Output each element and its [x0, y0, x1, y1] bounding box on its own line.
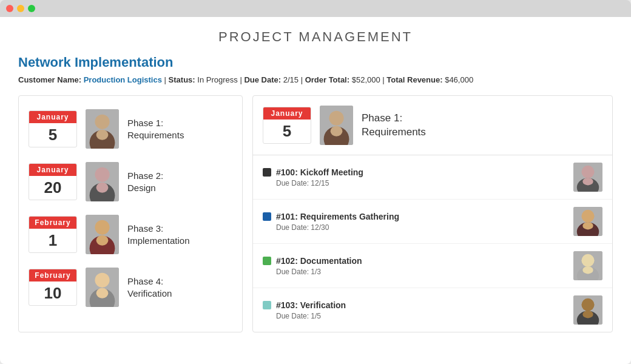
svg-point-29	[581, 254, 594, 267]
task-due-1: Due Date: 12/30	[276, 223, 399, 232]
svg-point-15	[96, 288, 109, 298]
task-due-3: Due Date: 1/5	[276, 312, 346, 320]
selected-day: 5	[263, 120, 311, 143]
svg-point-9	[95, 220, 109, 235]
due-date-label: Due Date:	[244, 75, 281, 84]
date-badge-3: February 1	[29, 216, 77, 253]
selected-date-badge: January 5	[263, 107, 311, 144]
task-due-0: Due Date: 12/15	[276, 179, 363, 187]
svg-point-25	[581, 210, 594, 223]
selected-phase-avatar	[320, 106, 353, 145]
svg-point-3	[96, 130, 109, 140]
day-label: 5	[29, 123, 76, 147]
meta-separator-3: |	[301, 75, 305, 84]
day-label: 1	[29, 229, 76, 252]
svg-point-21	[581, 166, 594, 178]
svg-point-7	[96, 183, 109, 193]
task-info-3: #103: Verification Due Date: 1/5	[263, 300, 346, 320]
phase-avatar-4	[86, 268, 119, 307]
task-title-1: #101: Requirements Gathering	[276, 212, 399, 221]
task-due-2: Due Date: 1/3	[276, 268, 362, 276]
date-badge-1: January 5	[29, 110, 77, 147]
project-name: Network Implementation	[18, 55, 613, 70]
day-label: 10	[29, 281, 76, 305]
task-info-0: #100: Kickoff Meeting Due Date: 12/15	[263, 167, 363, 187]
phase-card-4[interactable]: February 10 Phase 4:Verification	[29, 264, 232, 311]
status-label: Status:	[169, 75, 195, 84]
maximize-button[interactable]	[28, 5, 35, 12]
selected-phase-header[interactable]: January 5 Phase 1:Requirements	[253, 96, 612, 155]
task-title-3: #103: Verification	[276, 300, 346, 310]
svg-point-11	[96, 235, 109, 246]
phases-panel: January 5 Phase 1:Requirements January 2…	[18, 95, 243, 332]
svg-point-1	[95, 115, 109, 129]
task-panel: January 5 Phase 1:Requirements #100: Kic…	[252, 95, 613, 332]
task-row-1[interactable]: #101: Requirements Gathering Due Date: 1…	[253, 200, 612, 244]
phase-avatar-2	[86, 162, 119, 201]
due-date-value: 2/15	[283, 75, 299, 84]
task-title-0: #100: Kickoff Meeting	[276, 167, 363, 177]
task-avatar-0	[573, 163, 602, 192]
order-total-value: $52,000	[352, 75, 380, 84]
close-button[interactable]	[6, 5, 13, 12]
svg-point-31	[582, 266, 593, 274]
month-label: January	[29, 164, 76, 176]
task-title-2: #102: Documentation	[276, 256, 362, 266]
status-value: In Progress	[197, 75, 237, 84]
project-meta: Customer Name: Production Logistics | St…	[18, 75, 613, 84]
customer-name[interactable]: Production Logistics	[84, 75, 162, 84]
phase-card-1[interactable]: January 5 Phase 1:Requirements	[29, 106, 232, 152]
month-label: February	[29, 217, 76, 229]
order-total-label: Order Total:	[305, 75, 349, 84]
selected-phase-label: Phase 1:Requirements	[362, 112, 426, 138]
task-title-row-2: #102: Documentation	[263, 256, 362, 266]
task-info-2: #102: Documentation Due Date: 1/3	[263, 256, 362, 276]
task-title-row-3: #103: Verification	[263, 300, 346, 310]
main-panels: January 5 Phase 1:Requirements January 2…	[18, 95, 613, 332]
svg-point-35	[582, 311, 593, 318]
minimize-button[interactable]	[17, 5, 24, 12]
total-revenue-value: $46,000	[445, 75, 473, 84]
task-row-3[interactable]: #103: Verification Due Date: 1/5	[253, 288, 612, 332]
phase-label-1: Phase 1:Requirements	[127, 117, 184, 141]
day-label: 20	[29, 176, 76, 200]
date-badge-2: January 20	[29, 163, 77, 200]
phase-avatar-1	[86, 109, 119, 149]
task-dot-3	[263, 301, 271, 309]
page-title: PROJECT MANAGEMENT	[18, 29, 613, 45]
selected-month: January	[263, 107, 311, 120]
task-title-row-0: #100: Kickoff Meeting	[263, 167, 363, 177]
task-avatar-3	[573, 295, 602, 325]
phase-card-2[interactable]: January 20 Phase 2:Design	[29, 158, 232, 205]
task-dot-0	[263, 168, 271, 177]
date-badge-4: February 10	[29, 269, 77, 306]
month-label: January	[29, 111, 76, 123]
customer-label: Customer Name:	[18, 75, 81, 84]
phase-label-2: Phase 2:Design	[127, 170, 163, 194]
svg-point-33	[581, 298, 594, 311]
meta-separator-1: |	[164, 75, 169, 84]
svg-point-27	[582, 222, 593, 229]
svg-point-17	[329, 111, 343, 126]
task-row-0[interactable]: #100: Kickoff Meeting Due Date: 12/15	[253, 155, 612, 200]
titlebar	[0, 0, 631, 17]
app-window: PROJECT MANAGEMENT Network Implementatio…	[0, 0, 631, 364]
total-revenue-label: Total Revenue:	[386, 75, 442, 84]
svg-point-23	[582, 178, 593, 185]
svg-point-13	[95, 273, 109, 288]
phase-card-3[interactable]: February 1 Phase 3:Implementation	[29, 211, 232, 258]
phase-label-3: Phase 3:Implementation	[127, 223, 190, 246]
task-dot-1	[263, 212, 271, 221]
task-info-1: #101: Requirements Gathering Due Date: 1…	[263, 212, 399, 232]
phase-label-4: Phase 4:Verification	[127, 275, 172, 299]
task-title-row-1: #101: Requirements Gathering	[263, 212, 399, 221]
svg-point-5	[95, 167, 109, 182]
task-row-2[interactable]: #102: Documentation Due Date: 1/3	[253, 244, 612, 288]
month-label: February	[29, 269, 76, 281]
task-avatar-2	[573, 251, 602, 280]
task-avatar-1	[573, 207, 602, 236]
task-dot-2	[263, 257, 271, 265]
phase-avatar-3	[86, 215, 119, 254]
svg-point-19	[331, 126, 343, 136]
task-list: #100: Kickoff Meeting Due Date: 12/15 #1…	[253, 155, 612, 332]
